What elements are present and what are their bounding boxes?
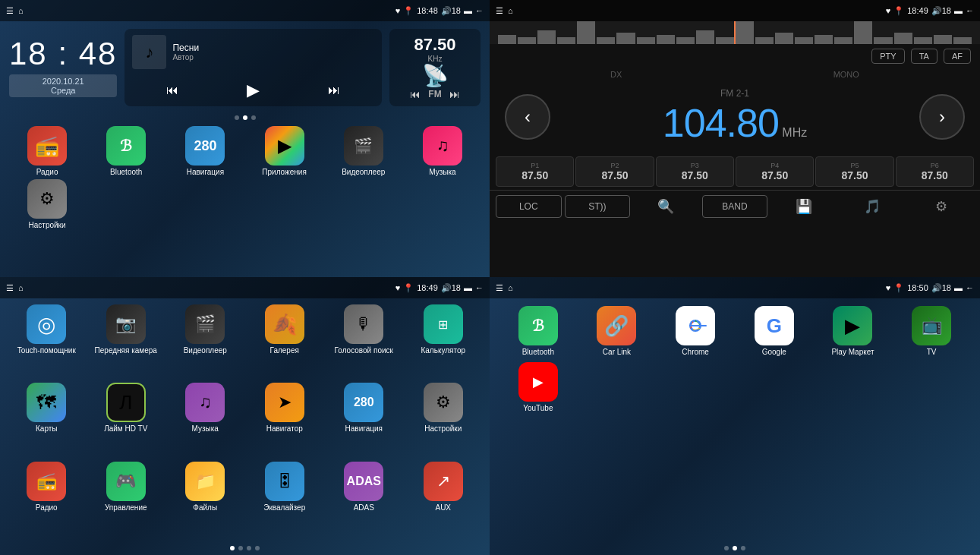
menu-icon-q4[interactable]: ☰ — [496, 283, 503, 293]
band-button[interactable]: BAND — [702, 195, 768, 218]
app-bluetooth2[interactable]: ℬ Bluetooth — [502, 306, 575, 356]
home-icon-q2[interactable]: ⌂ — [508, 6, 513, 15]
app-settings2[interactable]: ⚙ Настройки — [406, 383, 481, 456]
volume-q3: 🔊18 — [441, 283, 461, 293]
save-button[interactable]: 💾 — [770, 195, 837, 218]
home-icon-q4[interactable]: ⌂ — [508, 283, 513, 292]
band-label: FM 2-1 — [663, 88, 807, 99]
signal-q3: ♥ — [395, 283, 401, 292]
clock-widget: 18 : 48 2020.10.21 Среда — [9, 29, 117, 106]
app-settings[interactable]: ⚙ Настройки — [9, 179, 85, 229]
app-music-label: Музыка — [429, 168, 455, 176]
search-button[interactable]: 🔍 — [633, 195, 699, 218]
radio-icon: 📻 — [27, 126, 67, 166]
back-q4[interactable]: ← — [966, 283, 974, 292]
app-aux[interactable]: ↗ AUX — [406, 462, 481, 535]
freq-unit: MHz — [782, 126, 807, 139]
freq-down-button[interactable]: ‹ — [505, 94, 550, 140]
app-radio2[interactable]: 📻 Радио — [9, 462, 84, 535]
radio-prev[interactable]: ⏮ — [410, 88, 421, 100]
app-gallery[interactable]: 🍂 Галерея — [247, 304, 323, 378]
back-icon[interactable]: ← — [475, 6, 484, 15]
app-navigation[interactable]: 280 Навигация — [167, 126, 243, 176]
page-dots — [0, 112, 490, 123]
app-touch[interactable]: ◎ Touch-помощник — [9, 304, 84, 378]
drawer-dot-2 — [238, 546, 243, 550]
music-controls: ⏮ ▶ ⏭ — [132, 80, 374, 100]
loc-button[interactable]: LOC — [496, 195, 562, 218]
app-frontcam[interactable]: 📷 Передняя камера — [89, 304, 164, 378]
prev-button[interactable]: ⏮ — [166, 84, 178, 97]
app-navigation2[interactable]: 280 Навигация — [326, 383, 402, 456]
menu-icon-q2[interactable]: ☰ — [496, 6, 503, 16]
settings-button-radio[interactable]: ⚙ — [908, 195, 974, 218]
preset-p1[interactable]: P1 87.50 — [496, 156, 574, 187]
app-music2[interactable]: ♫ Музыка — [168, 383, 243, 456]
af-button[interactable]: AF — [944, 49, 971, 64]
control-icon: 🎮 — [106, 462, 146, 501]
app-radio-label: Радио — [36, 168, 58, 176]
google-icon: G — [755, 306, 794, 345]
preset-p3[interactable]: P3 87.50 — [656, 156, 734, 187]
adas-icon: ADAS — [344, 462, 383, 501]
navigation-icon: 280 — [185, 126, 225, 166]
audio-button[interactable]: 🎵 — [840, 195, 906, 218]
battery-q2: ▬ — [954, 6, 963, 15]
preset-p4[interactable]: P4 87.50 — [736, 156, 814, 187]
location-icon: 📍 — [403, 6, 414, 16]
app-youtube[interactable]: ▶ YouTube — [502, 362, 575, 412]
app-videoplayer[interactable]: 🎬 Видеоплеер — [326, 126, 402, 176]
home-icon[interactable]: ⌂ — [18, 6, 24, 15]
app-videoplayer2[interactable]: 🎬 Видеоплеер — [168, 304, 243, 378]
app-google[interactable]: G Google — [738, 306, 811, 356]
back-q2[interactable]: ← — [966, 6, 974, 15]
menu-icon-q3[interactable]: ☰ — [6, 283, 14, 293]
radio-next[interactable]: ⏭ — [449, 88, 460, 100]
app-calc[interactable]: ⊞ Калькулятор — [406, 304, 481, 378]
app-apps[interactable]: ▶ Приложения — [246, 126, 322, 176]
app-music[interactable]: ♫ Музыка — [405, 126, 481, 176]
back-q3[interactable]: ← — [475, 283, 484, 292]
drawer-dot-3 — [247, 546, 251, 550]
next-button[interactable]: ⏭ — [328, 84, 340, 97]
home-app-grid: 📻 Радио ℬ Bluetooth 280 Навигация ▶ Прил… — [0, 123, 490, 235]
preset-p6[interactable]: P6 87.50 — [896, 156, 974, 187]
app-maps-label: Карты — [36, 424, 58, 433]
app-chrome[interactable]: Chrome — [659, 306, 732, 356]
location-q4: 📍 — [893, 283, 904, 293]
app-files[interactable]: 📁 Файлы — [168, 462, 243, 535]
volume-q2: 🔊18 — [931, 6, 951, 16]
ta-button[interactable]: TA — [911, 49, 937, 64]
app-tv[interactable]: 📺 TV — [895, 306, 968, 356]
app-carlink-label: Car Link — [603, 348, 631, 356]
radio-widget[interactable]: 87.50 KHz 📡 ⏮ FM ⏭ — [389, 29, 481, 106]
app-eq[interactable]: 🎛 Эквалайзер — [247, 462, 323, 535]
app-navigator[interactable]: ➤ Навигатор — [247, 383, 323, 456]
preset-p2[interactable]: P2 87.50 — [575, 156, 654, 187]
home-icon-q3[interactable]: ⌂ — [18, 283, 24, 292]
play-button[interactable]: ▶ — [247, 80, 260, 100]
app-drawer-grid: ◎ Touch-помощник 📷 Передняя камера 🎬 Вид… — [0, 298, 490, 541]
app-adas[interactable]: ADAS ADAS — [326, 462, 402, 535]
app-voice[interactable]: 🎙 Голосовой поиск — [326, 304, 402, 378]
app-radio[interactable]: 📻 Радио — [9, 126, 85, 176]
preset-p5[interactable]: P5 87.50 — [815, 156, 893, 187]
signal-q4: ♥ — [886, 283, 891, 292]
app-playmarket[interactable]: ▶ Play Маркет — [817, 306, 890, 356]
dot-2 — [243, 115, 247, 120]
pty-button[interactable]: PTY — [871, 49, 904, 64]
app-chrome-label: Chrome — [682, 348, 709, 356]
app-tv-label: TV — [927, 348, 937, 356]
menu-icon[interactable]: ☰ — [6, 6, 14, 16]
app-touch-label: Touch-помощник — [17, 346, 76, 355]
app-carlink[interactable]: 🔗 Car Link — [581, 306, 654, 356]
radio-modes: DX MONO — [490, 68, 980, 80]
freq-up-button[interactable]: › — [919, 94, 965, 140]
app-control[interactable]: 🎮 Управление — [89, 462, 164, 535]
app-maps[interactable]: 🗺 Карты — [9, 383, 84, 456]
stereo-button[interactable]: ST)) — [565, 195, 631, 218]
music-widget[interactable]: ♪ Песни Автор ⏮ ▶ ⏭ — [124, 29, 382, 106]
radio2-icon: 📻 — [27, 462, 66, 501]
app-bluetooth[interactable]: ℬ Bluetooth — [88, 126, 164, 176]
app-limetv[interactable]: Л Лайм HD TV — [89, 383, 164, 456]
